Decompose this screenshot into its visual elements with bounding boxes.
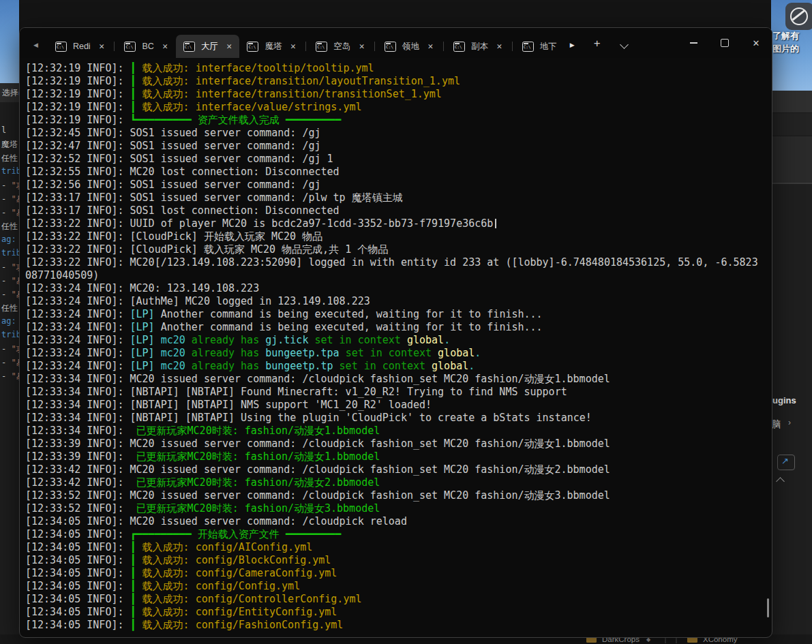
scrollbar-thumb[interactable] [767,598,769,617]
explorer-toolbar-fragment [771,113,812,136]
minimize-button[interactable] [678,28,709,58]
close-icon: ✕ [753,38,760,48]
console-line: [12:33:22 INFO]: MC20[/123.149.108.223:5… [25,256,770,269]
console-line: [12:32:56 INFO]: SOS1 issued server comm… [25,179,770,191]
tab-separator [305,42,306,51]
console-line: [12:34:05 INFO]: ┃ 载入成功: config/CameraCo… [25,567,770,580]
tab-副本[interactable]: 副本✕ [446,35,510,58]
terminal-prompt-icon [247,42,258,52]
console-line: [12:33:17 INFO]: SOS1 lost connection: D… [25,204,770,217]
circle-slash-icon [785,3,812,30]
console-line: [12:32:19 INFO]: ┃ 载入成功: interface/value… [25,101,770,114]
console-output[interactable]: [12:32:19 INFO]: ┃ 载入成功: interface/toolt… [25,62,770,636]
close-button[interactable]: ✕ [740,28,772,58]
tab-领地[interactable]: 领地✕ [377,35,441,58]
background-code-editor: 选择( l魔塔任性trib- "攻- "易- "易任性ag:trib- "攻- … [0,0,19,644]
tab-label: 魔塔 [265,41,282,52]
console-line: [12:33:24 INFO]: [LP] mc20 already has g… [25,334,770,347]
terminal-titlebar[interactable]: ◀ Redi✕BC✕大厅✕魔塔✕空岛✕领地✕副本✕地下 ▶ + ✕ [20,28,772,58]
tab-Redi[interactable]: Redi✕ [48,35,112,58]
tab-地下[interactable]: 地下 [515,35,565,58]
share-arrow-icon: ↗ [781,456,789,466]
console-line: [12:33:52 INFO]: MC20 issued server comm… [25,489,770,502]
explorer-ribbon-fragment [771,136,812,184]
console-line: [12:33:24 INFO]: [LP] mc20 already has b… [25,347,770,360]
console-line: [12:34:05 INFO]: ┃ 载入成功: config/FashionC… [25,619,770,632]
console-line: [12:33:24 INFO]: [LP] Another command is… [25,308,770,321]
console-line: [12:33:24 INFO]: [LP] mc20 already has b… [25,360,770,373]
tab-BC[interactable]: BC✕ [117,35,175,58]
terminal-window: ◀ Redi✕BC✕大厅✕魔塔✕空岛✕领地✕副本✕地下 ▶ + ✕ [12:32… [19,27,772,638]
tab-close-icon[interactable]: ✕ [162,42,168,50]
tab-label: 地下 [540,41,557,52]
console-line: [12:33:24 INFO]: MC20: 123.149.108.223 [25,282,770,295]
console-line: [12:32:19 INFO]: ┃ 载入成功: interface/toolt… [25,62,770,75]
new-tab-button[interactable]: + [594,37,601,50]
editor-code-line: 任性 [0,221,19,234]
editor-code-line: - "易 [0,357,19,371]
tab-label: 副本 [471,41,488,52]
console-line: [12:33:34 INFO]: [NBTAPI] [NBTAPI] Found… [25,386,770,399]
console-line: [12:33:34 INFO]: MC20 issued server comm… [25,373,770,386]
tab-大厅[interactable]: 大厅✕ [176,35,240,58]
console-line: [12:33:22 INFO]: [CloudPick] 开始载入玩家 MC20… [25,230,770,243]
share-button[interactable]: ↗ [777,455,795,470]
editor-code-line: - "易 [0,207,19,221]
window-controls: ✕ [678,28,772,58]
tab-scroll-left-icon[interactable]: ◀ [33,42,38,48]
tab-魔塔[interactable]: 魔塔✕ [239,35,303,58]
editor-code-fragments: l魔塔任性trib- "攻- "易- "易任性ag:trib- "攻- "易- … [0,108,19,384]
editor-code-line: 任性 [0,303,19,316]
tab-close-icon[interactable]: ✕ [496,42,502,50]
console-line: [12:32:47 INFO]: SOS1 issued server comm… [25,140,770,153]
editor-code-line: ag: [0,316,19,330]
console-line: [12:34:05 INFO]: ┃ 载入成功: config/EntityCo… [25,606,770,619]
editor-code-line: l [0,125,19,139]
console-line: [12:33:22 INFO]: [CloudPick] 载入玩家 MC20 物… [25,243,770,256]
editor-code-line: - "攻 [0,343,19,357]
chevron-up-icon[interactable] [776,477,785,486]
tab-close-icon[interactable]: ✕ [226,42,232,50]
console-line: [12:33:39 INFO]: 已更新玩家MC20时装: fashion/动漫… [25,450,770,463]
console-line: [12:34:05 INFO]: MC20 issued server comm… [25,515,770,528]
tab-separator [443,42,444,51]
tab-scroll-right-icon[interactable]: ▶ [570,42,575,48]
terminal-prompt-icon [316,42,327,52]
maximize-button[interactable] [709,28,740,58]
tab-strip: ◀ Redi✕BC✕大厅✕魔塔✕空岛✕领地✕副本✕地下 ▶ + [31,28,627,58]
tab-separator [114,42,115,51]
console-line: [12:33:17 INFO]: SOS1 issued server comm… [25,191,770,204]
terminal-prompt-icon [124,42,136,52]
console-line: [12:32:52 INFO]: SOS1 issued server comm… [25,153,770,166]
tab-空岛[interactable]: 空岛✕ [308,35,372,58]
tab-close-icon[interactable]: ✕ [359,42,365,50]
console-line: [12:33:34 INFO]: 已更新玩家MC20时装: fashion/动漫… [25,425,770,438]
console-line: [12:32:19 INFO]: ┃ 载入成功: interface/trans… [25,75,770,88]
tab-separator [512,42,513,51]
tab-label: 领地 [402,41,419,52]
minimize-icon [690,42,697,44]
console-line: [12:34:05 INFO]: ┏━━━━━━━━━ 开始载入资产文件 ━━━… [25,528,770,541]
console-line: [12:34:05 INFO]: ┃ 载入成功: config/Controll… [25,593,770,606]
terminal-prompt-icon [385,42,396,52]
editor-code-line: 魔塔 [0,139,19,153]
editor-menu-fragment: 选择( [0,83,19,102]
console-line: [12:32:19 INFO]: ┗━━━━━━━━━ 资产文件载入完成 ━━━… [25,114,770,127]
tab-close-icon[interactable]: ✕ [427,42,434,50]
chevron-down-icon[interactable] [620,40,629,49]
editor-code-line: trib [0,166,19,180]
terminal-prompt-icon [522,42,534,52]
console-line: [12:33:24 INFO]: [LP] Another command is… [25,321,770,334]
tab-separator [374,42,375,51]
editor-code-line: - "易 [0,371,19,384]
console-line: [12:32:55 INFO]: MC20 lost connection: D… [25,166,770,179]
tab-label: BC [142,42,153,51]
tab-close-icon[interactable]: ✕ [290,42,296,50]
tab-close-icon[interactable]: ✕ [99,42,105,50]
console-line: [12:32:45 INFO]: SOS1 issued server comm… [25,127,770,140]
explorer-breadcrumb: 脑 [772,418,781,431]
terminal-prompt-icon [183,42,195,52]
desktop-wallpaper [0,0,19,83]
console-line: [12:33:34 INFO]: [NBTAPI] [NBTAPI] NMS s… [25,399,770,412]
console-line: [12:34:05 INFO]: ┃ 载入成功: config/AIConfig… [25,541,770,554]
